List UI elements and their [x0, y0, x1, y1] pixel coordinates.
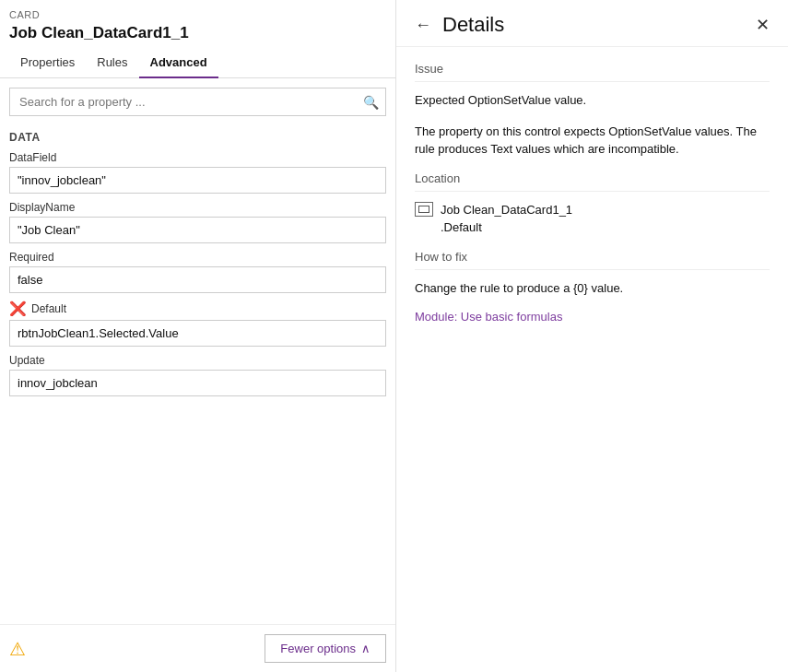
details-title: Details	[442, 13, 504, 37]
close-icon[interactable]: ✕	[756, 15, 770, 35]
issue-section-label: Issue	[415, 62, 770, 76]
scroll-wrapper: DATA DataField DisplayName Required ❌ De…	[0, 122, 395, 624]
location-section-label: Location	[415, 171, 770, 185]
tab-properties[interactable]: Properties	[9, 48, 86, 78]
tabs-bar: Properties Rules Advanced	[0, 48, 395, 78]
update-label: Update	[9, 354, 386, 367]
right-panel: ← Details ✕ Issue Expected OptionSetValu…	[396, 0, 788, 672]
search-input[interactable]	[9, 88, 386, 116]
divider-2	[415, 191, 770, 192]
description-text: The property on this control expects Opt…	[415, 123, 770, 159]
details-body: Issue Expected OptionSetValue value. The…	[396, 47, 788, 672]
update-input[interactable]	[9, 370, 386, 396]
data-section-label: DATA	[9, 131, 386, 144]
location-text: Job Clean_DataCard1_1 .Default	[441, 201, 572, 237]
displayname-label: DisplayName	[9, 201, 386, 214]
default-input[interactable]	[9, 320, 386, 347]
fields-container: DATA DataField DisplayName Required ❌ De…	[0, 122, 395, 624]
issue-text: Expected OptionSetValue value.	[415, 91, 770, 110]
tab-rules[interactable]: Rules	[86, 48, 138, 78]
how-to-fix-section-label: How to fix	[415, 250, 770, 264]
details-header: ← Details ✕	[396, 0, 788, 47]
required-label: Required	[9, 251, 386, 264]
left-panel: CARD Job Clean_DataCard1_1 Properties Ru…	[0, 0, 396, 672]
fewer-options-button[interactable]: Fewer options ∧	[265, 634, 386, 663]
displayname-input[interactable]	[9, 217, 386, 243]
divider-1	[415, 81, 770, 82]
details-header-left: ← Details	[415, 13, 504, 37]
default-label: Default	[31, 302, 66, 315]
fewer-options-label: Fewer options	[280, 642, 356, 655]
card-title: Job Clean_DataCard1_1	[0, 22, 395, 48]
chevron-up-icon: ∧	[361, 642, 370, 655]
search-icon: 🔍	[363, 95, 379, 110]
location-icon-inner	[418, 206, 429, 213]
location-card-icon	[415, 202, 433, 217]
required-input[interactable]	[9, 266, 386, 293]
error-icon: ❌	[9, 301, 27, 317]
tab-advanced[interactable]: Advanced	[139, 48, 218, 78]
how-to-fix-text: Change the rule to produce a {0} value.	[415, 279, 770, 298]
warning-icon: ⚠	[9, 638, 26, 660]
datafield-input[interactable]	[9, 167, 386, 194]
location-item: Job Clean_DataCard1_1 .Default	[415, 201, 770, 237]
location-sub: .Default	[441, 220, 482, 234]
back-arrow-icon[interactable]: ←	[415, 16, 431, 35]
location-name: Job Clean_DataCard1_1	[441, 203, 572, 217]
datafield-label: DataField	[9, 151, 386, 164]
module-link[interactable]: Module: Use basic formulas	[415, 310, 562, 324]
footer-bar: ⚠ Fewer options ∧	[0, 624, 395, 672]
card-label: CARD	[0, 0, 395, 22]
search-container: 🔍	[9, 88, 386, 116]
default-label-row: ❌ Default	[9, 301, 386, 317]
divider-3	[415, 269, 770, 270]
